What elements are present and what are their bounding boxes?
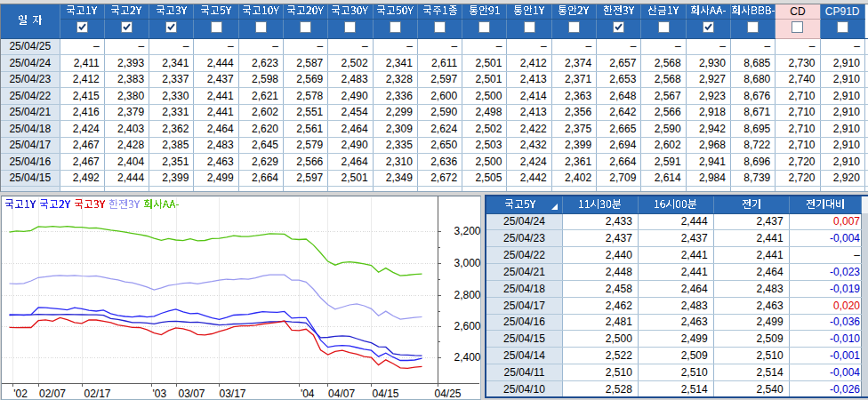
- svg-text:'03: '03: [153, 388, 167, 399]
- svg-text:2,600: 2,600: [454, 320, 480, 332]
- svg-text:04/15: 04/15: [373, 388, 399, 399]
- svg-text:02/17: 02/17: [84, 388, 111, 399]
- svg-text:3,200: 3,200: [454, 225, 480, 237]
- svg-text:04/07: 04/07: [328, 388, 355, 399]
- svg-text:03/17: 03/17: [220, 388, 246, 399]
- svg-text:03/07: 03/07: [179, 388, 205, 399]
- svg-text:'02: '02: [13, 388, 28, 399]
- svg-text:3,000: 3,000: [454, 257, 480, 269]
- svg-text:04/25: 04/25: [435, 388, 462, 399]
- svg-text:2,400: 2,400: [454, 351, 480, 364]
- svg-text:2,800: 2,800: [454, 289, 480, 301]
- svg-text:'04: '04: [301, 388, 315, 399]
- svg-text:02/07: 02/07: [39, 388, 66, 399]
